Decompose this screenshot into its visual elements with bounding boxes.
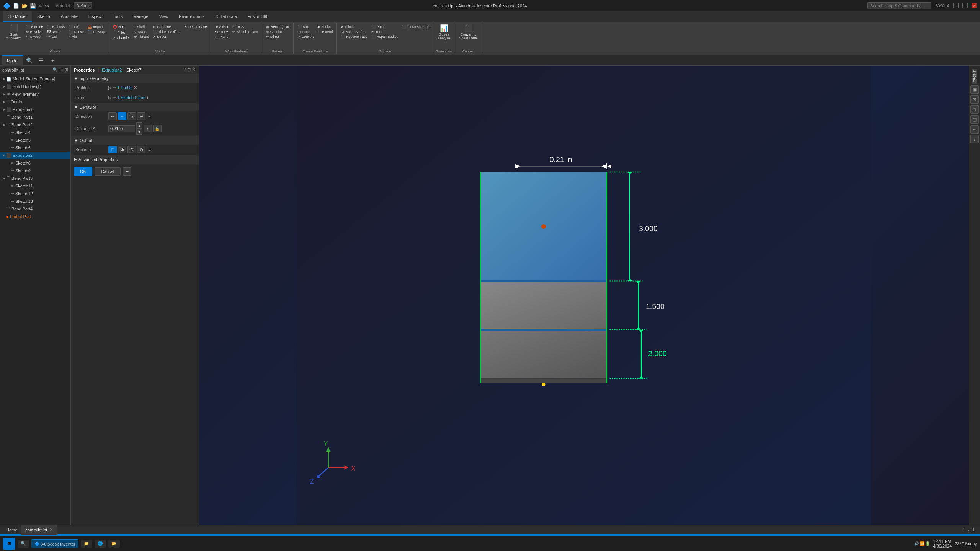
tab-tools[interactable]: Tools [107,11,128,22]
tree-item-solid-bodies[interactable]: ▶ ⬛ Solid Bodies(1) [0,83,70,90]
tree-item-origin[interactable]: ▶ ⊕ Origin [0,98,70,106]
tree-item-end-of-part[interactable]: ■ End of Part [0,213,70,220]
tree-item-sketch4[interactable]: ✏ Sketch4 [0,129,70,136]
dir-btn-both[interactable]: ⇆ [127,112,136,120]
tree-item-bend-part2[interactable]: ▶ ⌒ Bend Part2 [0,121,70,129]
btn-replaceface[interactable]: ⬛ Replace Face [339,34,369,39]
btn-trim[interactable]: ✂ Trim [370,29,400,34]
btn-patch[interactable]: ⬛ Patch [370,24,400,29]
btn-direct[interactable]: ➤ Direct [151,34,182,39]
tree-item-sketch9b[interactable]: ✏ Sketch9 [0,167,70,174]
cancel-button[interactable]: Cancel [95,167,121,176]
rp-btn-1[interactable]: ▣ [970,85,979,94]
profiles-clear-icon[interactable]: ✕ [134,85,137,90]
tab-fusion360[interactable]: Fusion 360 [242,11,274,22]
bool-btn-cut[interactable]: ⊖ [127,146,136,153]
btn-extend[interactable]: ↔ Extend [316,29,334,34]
taskbar-search[interactable]: 🔍 [18,540,29,548]
browser-search-icon[interactable]: 🔍 [52,67,58,72]
front-label[interactable]: FRONT [972,69,977,84]
btn-thicken[interactable]: ⬛ Thicken/Offset [151,29,182,34]
prop-expand-icon[interactable]: ⊞ [187,67,191,72]
quick-access-open[interactable]: 📂 [21,3,28,9]
prop-close-icon[interactable]: ✕ [192,67,196,72]
btn-circular-pat[interactable]: ◎ Circular [265,29,291,34]
quick-access-save[interactable]: 💾 [30,3,36,9]
bool-btn-join[interactable]: ⊕ [118,146,126,153]
tab-inspect[interactable]: Inspect [83,11,107,22]
close-btn[interactable]: ✕ [972,3,977,8]
section-title-output[interactable]: ▼ Output [71,136,199,145]
tree-item-sketch8[interactable]: ✏ Sketch8 [0,159,70,167]
tree-toggle-origin[interactable]: ▶ [2,100,6,104]
section-title-behavior[interactable]: ▼ Behavior [71,103,199,111]
btn-ruledsurface[interactable]: ◱ Ruled Surface [339,29,369,34]
tab-manage[interactable]: Manage [128,11,154,22]
btn-face[interactable]: ◱ Face [296,29,315,34]
btn-loft[interactable]: ⬛ Loft [67,24,85,29]
tree-item-view[interactable]: ▶ 👁 View: [Primary] [0,90,70,98]
btn-convert-ff[interactable]: ↺ Convert [296,34,315,39]
tab-collaborate[interactable]: Collaborate [210,11,242,22]
btn-deleteface[interactable]: ✕ Delete Face [183,24,209,29]
btn-import[interactable]: 📥 Import [86,24,106,29]
btn-stitch[interactable]: ⊠ Stitch [339,24,369,29]
tree-item-sketch5[interactable]: ✏ Sketch5 [0,136,70,144]
btn-chamfer[interactable]: ◸ Chamfer [111,36,132,40]
btn-ucs[interactable]: ⊞ UCS [231,24,260,29]
tree-toggle-extrusion2[interactable]: ▼ [2,153,6,157]
from-info-icon[interactable]: ℹ [147,95,148,100]
tree-item-bend-part1[interactable]: ⌒ Bend Part1 [0,113,70,121]
browser-settings-icon[interactable]: ☰ [59,67,63,72]
distance-stepper-up[interactable]: ▲ [136,122,142,129]
rp-btn-3[interactable]: □ [970,105,979,114]
btn-revolve[interactable]: ↻ Revolve [24,29,45,34]
tree-toggle-model-states[interactable]: ▶ [2,77,6,81]
btn-convertsm[interactable]: ⬛ Convert toSheet Metal [457,24,480,41]
tab-close-controlirt[interactable]: ✕ [49,527,53,532]
quick-access-undo[interactable]: ↩ [38,3,42,9]
section-title-input-geometry[interactable]: ▼ Input Geometry [71,74,199,83]
btn-derive[interactable]: ⬛ Derive [67,29,85,34]
maximize-btn[interactable]: □ [962,3,968,8]
tree-item-extrusion2[interactable]: ▼ ⬛ Extrusion2 [0,152,70,159]
taskbar-chrome[interactable]: 🌐 [95,540,106,548]
rp-btn-4[interactable]: ◳ [970,115,979,124]
subtab-settings[interactable]: ☰ [36,55,47,66]
prop-help-icon[interactable]: ? [183,67,186,72]
tree-item-bend-part3[interactable]: ▶ ⌒ Bend Part3 [0,174,70,182]
btn-hole[interactable]: ⭕ Hole [111,24,132,29]
btn-plane[interactable]: ◱ Plane [214,34,230,39]
from-select-btn[interactable]: 1 Sketch Plane [117,95,145,100]
quick-access-redo[interactable]: ↪ [45,3,49,9]
browser-expand-icon[interactable]: ⊞ [65,67,68,72]
rp-btn-6[interactable]: ↕ [970,135,979,143]
dir-btn-sym[interactable]: ↔ [108,112,117,120]
btn-rib[interactable]: ≡ Rib [67,34,85,39]
btn-extrude[interactable]: ⬛ Extrude [24,24,45,29]
btn-box[interactable]: ⬛ Box [296,24,315,29]
bool-btn-intersect[interactable]: ⊗ [137,146,145,153]
btn-sketchdriven[interactable]: ✏ Sketch Driven [231,29,260,34]
btn-axis[interactable]: ⊕ Axis ▾ [214,24,230,29]
btn-repairbodies[interactable]: ⬛ Repair Bodies [370,34,400,39]
taskbar-filemanager[interactable]: 📂 [108,540,120,548]
tab-sketch[interactable]: Sketch [32,11,56,22]
search-box[interactable]: Search Help & Commands... [867,2,931,9]
taskbar-explorer[interactable]: 📁 [81,540,92,548]
bottom-tab-controlirt[interactable]: controlirt.ipt ✕ [21,525,57,535]
btn-mirror[interactable]: ⇔ Mirror [265,34,291,39]
btn-rectangular[interactable]: ▦ Rectangular [265,24,291,29]
btn-start2dsketch[interactable]: ⬛ Start2D Sketch [4,24,24,41]
viewport[interactable]: 0.21 in 3.000 [199,66,969,525]
bool-more-icon[interactable]: ≡ [148,147,150,152]
btn-shell[interactable]: □ Shell [132,24,151,29]
direction-more-icon[interactable]: ≡ [148,114,150,119]
btn-draft[interactable]: ◺ Draft [132,29,151,34]
taskbar-start-btn[interactable]: ⊞ [3,538,15,550]
prop-breadcrumb-root[interactable]: Extrusion2 [102,68,122,72]
material-value[interactable]: Default [74,2,92,9]
btn-thread[interactable]: ⊛ Thread [132,34,151,39]
distance-stepper-down[interactable]: ▼ [136,129,142,135]
tree-toggle-extrusion1[interactable]: ▶ [2,108,6,111]
